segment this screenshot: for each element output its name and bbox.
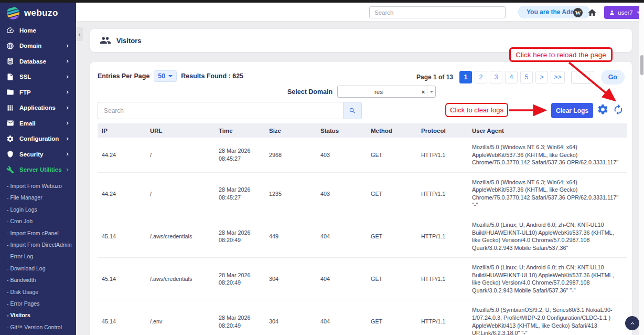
envelope-icon xyxy=(6,119,14,127)
sidebar-item-domain[interactable]: Domain xyxy=(0,38,76,54)
pagination: Page 1 of 13 1 2 3 4 5 > >> Go xyxy=(416,70,625,85)
gears-icon xyxy=(6,135,14,143)
cell-ip: 45.14 xyxy=(98,258,146,300)
cell-time: 28 Mar 2026 08:20:49 xyxy=(214,300,265,335)
cell-protocol: HTTP/1.1 xyxy=(417,300,468,335)
sidebar-subitem-import-from-webuzo[interactable]: - Import From Webuzo xyxy=(0,180,76,192)
sidebar-item-configuration[interactable]: Configuration xyxy=(0,131,76,147)
page-button-5[interactable]: 5 xyxy=(520,71,533,83)
cell-size: 449 xyxy=(265,215,316,257)
sidebar-item-database[interactable]: Database xyxy=(0,54,76,69)
cell-user-agent: Mozilla/5.0 (SymbianOS/9.2; U; Series60/… xyxy=(468,300,627,335)
page-last-button[interactable]: >> xyxy=(551,71,565,83)
sidebar-subitem-error-pages[interactable]: - Error Pages xyxy=(0,298,76,309)
column-header-url: URL xyxy=(146,123,214,138)
sidebar-subitem-download-log[interactable]: - Download Log xyxy=(0,263,76,274)
clear-selection-icon[interactable]: × xyxy=(420,89,427,95)
domain-select[interactable]: res × xyxy=(337,86,436,98)
cell-protocol: HTTP/1.1 xyxy=(417,258,468,300)
sidebar-subitem-cron-job[interactable]: - Cron Job xyxy=(0,215,76,227)
sidebar-item-security[interactable]: Security xyxy=(0,146,76,162)
sidebar-item-home[interactable]: Home xyxy=(0,23,76,38)
select-domain-group: Select Domain res × xyxy=(287,86,436,98)
chevron-right-icon xyxy=(65,168,70,172)
cell-method: GET xyxy=(367,138,417,172)
brand[interactable]: webuzo xyxy=(0,3,76,23)
entries-per-page-value: 50 xyxy=(158,72,165,80)
sidebar-item-label: Database xyxy=(19,58,46,65)
table-row: 45.14 /.env 28 Mar 2026 08:20:49 304 404… xyxy=(98,300,627,335)
sidebar-item-ftp[interactable]: FTP xyxy=(0,85,76,100)
cell-url: / xyxy=(146,172,214,215)
cell-ip: 44.24 xyxy=(98,138,146,172)
scrollbar-thumb[interactable] xyxy=(640,55,643,75)
wordpress-icon[interactable]: W xyxy=(573,8,583,17)
page-button-2[interactable]: 2 xyxy=(475,71,487,83)
page-button-4[interactable]: 4 xyxy=(505,71,518,83)
sidebar-subitem-import-from-cpanel[interactable]: - Import From cPanel xyxy=(0,227,76,239)
cell-method: GET xyxy=(367,300,417,335)
sidebar: webuzo Home Domain Database SSL FTP xyxy=(0,3,76,335)
visitors-group-icon xyxy=(100,35,111,46)
page-button-1[interactable]: 1 xyxy=(459,71,472,83)
cell-protocol: HTTP/1.1 xyxy=(417,138,468,172)
cell-protocol: HTTP/1.1 xyxy=(417,172,468,215)
column-header-status: Status xyxy=(316,123,367,138)
chevron-down-icon xyxy=(427,86,435,97)
clear-logs-button[interactable]: Clear Logs xyxy=(551,103,593,118)
username: user7 xyxy=(618,9,633,16)
table-row: 45.14 /.aws/credentials 28 Mar 2026 08:2… xyxy=(98,258,627,300)
sidebar-item-ssl[interactable]: SSL xyxy=(0,69,76,85)
page-scrollbar[interactable] xyxy=(639,3,644,335)
cell-size: 304 xyxy=(265,258,316,300)
globe-icon xyxy=(6,42,14,50)
person-icon xyxy=(609,9,615,16)
page-number-input[interactable] xyxy=(571,71,594,84)
topbar-search-input[interactable] xyxy=(369,6,506,18)
page-next-button[interactable]: > xyxy=(535,71,548,83)
sidebar-subitem-login-logs[interactable]: - Login Logs xyxy=(0,204,76,215)
sidebar-item-label: Domain xyxy=(19,43,41,49)
search-button[interactable] xyxy=(344,102,362,119)
sidebar-subitem-visitors[interactable]: - Visitors xyxy=(0,309,76,321)
grid-icon xyxy=(6,104,14,112)
sidebar-subitem-import-from-directadmin[interactable]: - Import From DirectAdmin xyxy=(0,239,76,250)
sidebar-subitem-disk-usage[interactable]: - Disk Usage xyxy=(0,286,76,298)
annotation-clear-note: Click to clear logs xyxy=(445,103,508,117)
cell-method: GET xyxy=(367,172,417,215)
settings-gear-icon[interactable] xyxy=(597,103,609,116)
sidebar-item-applications[interactable]: Applications xyxy=(0,100,76,116)
sidebar-item-server-utilities[interactable]: Server Utilities xyxy=(0,162,76,178)
sidebar-item-email[interactable]: Email xyxy=(0,116,76,131)
reload-icon[interactable] xyxy=(613,104,624,116)
user-menu-button[interactable]: user7 xyxy=(604,6,644,19)
webuzo-logo-icon xyxy=(6,6,20,20)
sidebar-subitem-bandwidth[interactable]: - Bandwidth xyxy=(0,274,76,286)
cell-url: /.env xyxy=(146,300,214,335)
scroll-to-top-button[interactable] xyxy=(625,316,639,330)
cell-user-agent: Mozilla/5.0 (Linux; U; Android 6.0; zh-C… xyxy=(468,215,627,257)
cell-user-agent: Mozilla/5.0 (Linux; U; Android 6.0; zh-C… xyxy=(468,258,627,300)
cell-time: 28 Mar 2026 08:45:27 xyxy=(214,172,265,215)
sidebar-item-label: Security xyxy=(19,151,43,158)
chevron-right-icon xyxy=(65,90,70,95)
log-search-input[interactable] xyxy=(98,102,344,119)
cell-protocol: HTTP/1.1 xyxy=(417,215,468,257)
topbar: You are the Admin W user7 xyxy=(76,3,639,22)
home-icon[interactable] xyxy=(587,8,597,17)
wrench-icon xyxy=(6,166,14,174)
sidebar-item-label: Applications xyxy=(19,104,56,111)
sidebar-nav: Home Domain Database SSL FTP Application… xyxy=(0,23,76,177)
pagination-status: Page 1 of 13 xyxy=(416,74,453,81)
sidebar-subitem-file-manager[interactable]: - File Manager xyxy=(0,192,76,203)
sidebar-collapse-toggle[interactable]: ‹ xyxy=(76,27,83,41)
search-icon xyxy=(349,107,356,114)
column-header-size: Size xyxy=(265,123,316,138)
page-button-3[interactable]: 3 xyxy=(490,71,502,83)
sidebar-subitem-git-version-control[interactable]: - Git™ Version Control xyxy=(0,321,76,333)
entries-per-page-select[interactable]: 50 xyxy=(154,70,177,82)
chevron-right-icon xyxy=(65,75,70,79)
table-row: 44.24 / 28 Mar 2026 08:45:27 2968 403 GE… xyxy=(98,138,627,172)
go-button[interactable]: Go xyxy=(601,70,625,85)
sidebar-subitem-error-log[interactable]: - Error Log xyxy=(0,250,76,262)
